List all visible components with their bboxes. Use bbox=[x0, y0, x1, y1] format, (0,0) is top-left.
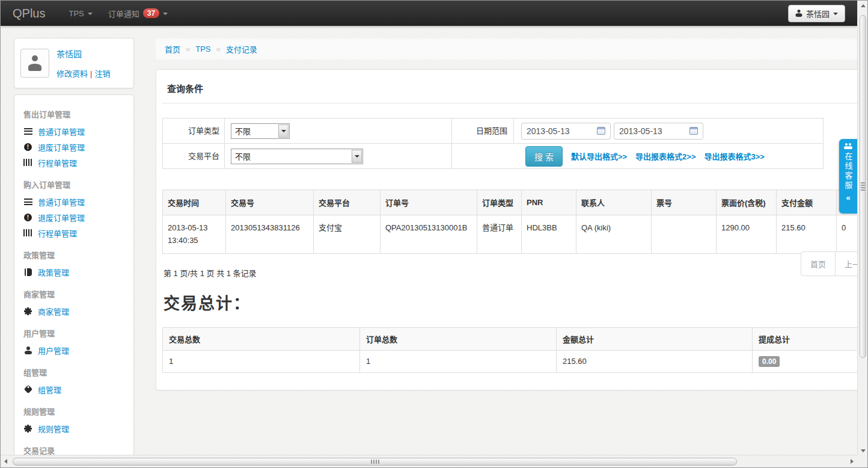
horizontal-scrollbar[interactable] bbox=[1, 455, 857, 467]
export-format3-link[interactable]: 导出报表格式3>> bbox=[704, 150, 765, 162]
pager-first-button[interactable]: 首页 bbox=[801, 251, 836, 276]
brand-logo[interactable]: QPlus bbox=[13, 7, 45, 20]
scroll-up-button[interactable] bbox=[858, 1, 868, 11]
nav-order-notice-dropdown[interactable]: 订单通知 37 bbox=[100, 1, 176, 26]
link-separator: | bbox=[90, 69, 92, 78]
order-notice-label: 订单通知 bbox=[108, 8, 139, 19]
exclamation-circle-icon bbox=[23, 214, 32, 221]
commission-badge: 0.00 bbox=[759, 356, 780, 367]
breadcrumb-tps-link[interactable]: TPS bbox=[195, 45, 210, 54]
main-content: 首页 » TPS » 支付记录 查询条件 订单类型 不限 日期范围 bbox=[156, 38, 868, 390]
logout-link[interactable]: 注销 bbox=[94, 69, 110, 78]
sidebar-item-void-order-mgmt[interactable]: 退废订单管理 bbox=[14, 209, 133, 225]
cell-transaction-no: 2013051343831126 bbox=[226, 215, 314, 254]
horizontal-scrollbar-thumb[interactable] bbox=[13, 458, 737, 466]
list-icon bbox=[23, 128, 32, 135]
notice-count-badge: 37 bbox=[143, 8, 159, 18]
menu-section-sell-orders: 售出订单管理 bbox=[14, 100, 133, 123]
query-conditions-title: 查询条件 bbox=[162, 76, 868, 103]
cell-paid-amount: 215.60 bbox=[777, 215, 837, 254]
col-header-total-orders: 订单总数 bbox=[360, 327, 557, 350]
menu-item-label: 规则管理 bbox=[38, 423, 69, 434]
table-row: 2013-05-13 13:40:35 2013051343831126 支付宝… bbox=[163, 215, 868, 254]
col-header-paid-amount: 支付金额 bbox=[777, 190, 837, 215]
date-range-field: 2013-05-13 2013-05-13 bbox=[514, 123, 823, 140]
nav-tps-dropdown[interactable]: TPS bbox=[61, 1, 100, 26]
cell-contact: QA (kiki) bbox=[576, 215, 652, 254]
cell-total-transactions: 1 bbox=[163, 350, 360, 372]
grip-icon bbox=[861, 182, 865, 191]
sidebar-item-user-mgmt[interactable]: 用户管理 bbox=[14, 342, 133, 358]
sidebar-item-itinerary-mgmt[interactable]: 行程单管理 bbox=[14, 225, 133, 241]
menu-item-label: 退废订单管理 bbox=[38, 212, 85, 223]
sidebar-menu: 售出订单管理 普通订单管理 退废订单管理 行程单管理 购入订单管理 普通订单管理… bbox=[14, 94, 134, 468]
sidebar-item-merchant-mgmt[interactable]: 商家管理 bbox=[14, 303, 133, 319]
vertical-scrollbar-thumb[interactable] bbox=[860, 15, 866, 358]
menu-section-rule: 规则管理 bbox=[14, 397, 133, 420]
query-form-row: 订单类型 不限 日期范围 2013-05-13 bbox=[163, 119, 823, 143]
list-icon bbox=[23, 199, 32, 205]
user-menu-button[interactable]: 茶恬园 bbox=[788, 5, 845, 22]
menu-item-label: 商家管理 bbox=[38, 306, 69, 317]
cell-total-commission: 0.00 bbox=[753, 350, 868, 372]
pagination-info: 第 1 页/共 1 页 共 1 条记录 bbox=[162, 267, 868, 279]
grip-icon bbox=[371, 460, 379, 464]
chevron-down-icon bbox=[163, 13, 168, 15]
tag-icon bbox=[23, 386, 32, 392]
profile-info: 茶恬园 修改资料|注销 bbox=[57, 45, 110, 82]
online-service-tab[interactable]: 在线客服 « bbox=[839, 139, 857, 214]
sidebar-item-void-order-mgmt[interactable]: 退废订单管理 bbox=[14, 139, 133, 155]
user-menu-label: 茶恬园 bbox=[806, 8, 830, 19]
date-to-input[interactable]: 2013-05-13 bbox=[614, 123, 703, 140]
calendar-icon[interactable] bbox=[689, 127, 698, 135]
col-header-contact: 联系人 bbox=[576, 190, 652, 215]
collapse-icon: « bbox=[846, 193, 850, 202]
transaction-totals-title: 交易总计： bbox=[162, 291, 868, 314]
order-type-select[interactable]: 不限 bbox=[231, 123, 290, 139]
breadcrumb-home-link[interactable]: 首页 bbox=[165, 43, 180, 55]
scroll-left-button[interactable] bbox=[1, 455, 11, 468]
query-form: 订单类型 不限 日期范围 2013-05-13 bbox=[162, 118, 824, 169]
select-arrow-button[interactable] bbox=[278, 125, 289, 138]
edit-profile-link[interactable]: 修改资料 bbox=[57, 69, 88, 78]
platform-select[interactable]: 不限 bbox=[231, 149, 363, 164]
search-button[interactable]: 搜 索 bbox=[525, 146, 563, 167]
breadcrumb: 首页 » TPS » 支付记录 bbox=[156, 38, 858, 60]
menu-item-label: 组管理 bbox=[38, 384, 61, 395]
user-icon bbox=[795, 10, 802, 17]
content-panel: 查询条件 订单类型 不限 日期范围 2013-05-13 bbox=[156, 69, 868, 390]
order-type-label: 订单类型 bbox=[163, 119, 225, 143]
cell-order-type: 普通订单 bbox=[477, 215, 522, 254]
col-header-platform: 交易平台 bbox=[314, 190, 381, 215]
export-format2-link[interactable]: 导出报表格式2>> bbox=[635, 150, 695, 162]
platform-label: 交易平台 bbox=[163, 144, 225, 168]
date-from-input[interactable]: 2013-05-13 bbox=[521, 123, 611, 140]
calendar-icon[interactable] bbox=[597, 127, 605, 135]
sidebar-item-rule-mgmt[interactable]: 规则管理 bbox=[14, 420, 133, 436]
export-default-link[interactable]: 默认导出格式>> bbox=[571, 150, 627, 162]
totals-table: 交易总数 订单总数 金额总计 提成总计 1 1 215.60 0.00 bbox=[162, 327, 868, 373]
cell-order-no: QPA20130513130001B bbox=[381, 215, 477, 254]
arrow-right-icon bbox=[851, 459, 854, 464]
date-to-value: 2013-05-13 bbox=[619, 126, 662, 136]
arrow-up-icon bbox=[861, 4, 866, 7]
barcode-icon bbox=[23, 229, 32, 236]
menu-item-label: 行程单管理 bbox=[38, 157, 77, 168]
sidebar-item-normal-order-mgmt[interactable]: 普通订单管理 bbox=[14, 123, 133, 139]
select-arrow-button[interactable] bbox=[352, 150, 362, 163]
platform-field: 不限 bbox=[225, 144, 452, 168]
sidebar-item-normal-order-mgmt[interactable]: 普通订单管理 bbox=[14, 194, 133, 209]
sidebar-item-group-mgmt[interactable]: 组管理 bbox=[14, 381, 133, 397]
breadcrumb-separator: » bbox=[216, 45, 221, 54]
sidebar-item-itinerary-mgmt[interactable]: 行程单管理 bbox=[14, 155, 133, 170]
browser-viewport: QPlus TPS 订单通知 37 茶恬园 茶恬园 修改资料|注销 bbox=[0, 0, 868, 468]
vertical-scrollbar[interactable] bbox=[857, 1, 867, 456]
profile-name-link[interactable]: 茶恬园 bbox=[57, 48, 110, 60]
col-header-total-amount: 金额总计 bbox=[557, 327, 753, 350]
sidebar-item-policy-mgmt[interactable]: 政策管理 bbox=[14, 264, 133, 280]
nav-tps-label: TPS bbox=[69, 9, 84, 18]
breadcrumb-current-link[interactable]: 支付记录 bbox=[226, 43, 257, 55]
payment-records-table: 交易时间 交易号 交易平台 订单号 订单类型 PNR 联系人 票号 票面价(含税… bbox=[162, 189, 868, 254]
scroll-right-button[interactable] bbox=[847, 455, 857, 468]
query-form-row: 交易平台 不限 搜 索 默认导出格式>> 导出报表格式2>> 导出报表格式3>> bbox=[163, 143, 823, 168]
